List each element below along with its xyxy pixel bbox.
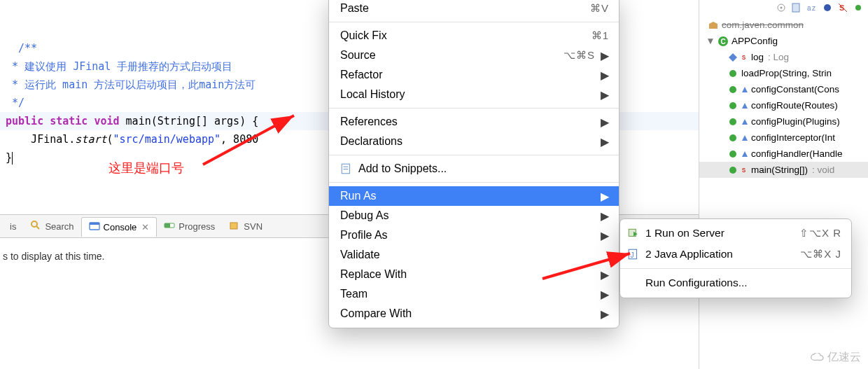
svg-point-17 (780, 7, 783, 9)
menu-references[interactable]: References▶ (329, 112, 619, 132)
submenu-arrow-icon: ▶ (601, 88, 609, 102)
public-method-icon (727, 148, 738, 160)
tree-class[interactable]: ▼ C APPConfig (699, 33, 868, 49)
kw-public: public (6, 115, 43, 127)
tree-method-configplugin[interactable]: configPlugin(Plugins) (699, 113, 868, 130)
svg-text:J: J (631, 251, 634, 259)
svg-rect-25 (709, 24, 718, 29)
menu-validate[interactable]: Validate (329, 245, 619, 265)
menu-team[interactable]: Team▶ (329, 284, 619, 304)
svg-text:z: z (812, 4, 816, 12)
submenu-run-on-server[interactable]: 1 Run on Server⇧⌥X R (620, 223, 851, 244)
submenu-run-configurations[interactable]: Run Configurations... (620, 272, 851, 293)
svg-rect-7 (164, 223, 170, 228)
menu-separator (329, 155, 619, 155)
public-method-icon (727, 68, 738, 79)
tree-field-log[interactable]: S log : Log (699, 49, 868, 65)
svg-text:a: a (807, 4, 811, 12)
outline-tree[interactable]: com.javen.common ▼ C APPConfig S log : L… (699, 15, 868, 178)
submenu-arrow-icon: ▶ (601, 229, 609, 242)
submenu-run-as: 1 Run on Server⇧⌥X R J 2 Java Applicatio… (620, 218, 852, 298)
svg-marker-35 (742, 151, 748, 157)
menu-profile-as[interactable]: Profile As▶ (329, 225, 619, 245)
svg-line-3 (36, 226, 39, 229)
svg-text:S: S (742, 54, 746, 61)
tab-console[interactable]: Console ✕ (81, 217, 158, 237)
close-icon[interactable]: ✕ (141, 222, 149, 232)
override-marker-icon (741, 100, 748, 111)
svg-marker-29 (729, 53, 737, 62)
collapse-icon[interactable]: ▼ (706, 37, 715, 46)
annotation-port-label: 这里是端口号 (108, 160, 184, 176)
svg-rect-5 (90, 223, 99, 225)
menu-quickfix[interactable]: Quick Fix⌘1 (329, 26, 619, 46)
hide-static-icon[interactable]: S (837, 2, 848, 13)
tree-package[interactable]: com.javen.common (699, 17, 868, 33)
kw-void: void (94, 115, 119, 127)
menu-source[interactable]: Source⌥⌘S▶ (329, 46, 619, 65)
svg-marker-32 (742, 103, 748, 109)
menu-debug-as[interactable]: Debug As▶ (329, 206, 619, 225)
class-icon: C (718, 36, 729, 47)
hide-fields-icon[interactable] (853, 2, 864, 13)
alpha-sort-icon[interactable]: az (806, 2, 818, 13)
static-marker-icon: S (741, 52, 748, 63)
menu-refactor[interactable]: Refactor▶ (329, 65, 619, 85)
svg-rect-8 (230, 223, 237, 229)
menu-paste[interactable]: Paste⌘V (329, 0, 619, 18)
menu-run-as[interactable]: Run As▶ (329, 186, 619, 206)
tab-progress[interactable]: Progress (157, 217, 222, 236)
console-icon (89, 221, 100, 234)
tree-method-main[interactable]: S main(String[]) : void (699, 162, 868, 178)
call-prefix: JFinal. (6, 133, 75, 146)
menu-compare-with[interactable]: Compare With▶ (329, 304, 619, 323)
menu-declarations[interactable]: Declarations▶ (329, 132, 619, 151)
tree-method-confighandler[interactable]: configHandler(Handle (699, 146, 868, 162)
tab-search[interactable]: Search (23, 217, 80, 236)
java-run-icon: J (627, 248, 640, 260)
tab-partial[interactable]: is (3, 218, 23, 235)
sort-icon[interactable] (791, 2, 802, 13)
package-icon (708, 20, 719, 31)
override-marker-icon (741, 84, 748, 95)
submenu-arrow-icon: ▶ (601, 307, 609, 321)
submenu-arrow-icon: ▶ (601, 268, 609, 281)
svg-text:C: C (721, 38, 726, 46)
tab-svn[interactable]: SVN (222, 217, 270, 236)
call-method: start (75, 133, 106, 146)
tree-method-configconstant[interactable]: configConstant(Cons (699, 81, 868, 97)
public-method-icon (727, 116, 738, 127)
svg-rect-18 (792, 4, 799, 12)
tree-method-loadprop[interactable]: loadProp(String, Strin (699, 65, 868, 81)
server-run-icon (627, 227, 640, 239)
public-method-icon (727, 132, 738, 144)
menu-replace-with[interactable]: Replace With▶ (329, 265, 619, 284)
override-marker-icon (741, 132, 748, 144)
focus-icon[interactable] (776, 2, 787, 13)
menu-localhistory[interactable]: Local History▶ (329, 85, 619, 104)
menu-snippets[interactable]: Add to Snippets... (329, 159, 619, 179)
submenu-arrow-icon: ▶ (601, 288, 609, 301)
svg-point-2 (31, 221, 37, 227)
public-method-icon (727, 84, 738, 95)
kw-static: static (50, 115, 88, 127)
override-marker-icon (741, 148, 748, 160)
svg-marker-26 (709, 22, 718, 24)
text-caret (12, 152, 13, 165)
comment-line2-pre: * 建议使用 (6, 60, 73, 73)
hide-nonpublic-icon[interactable] (822, 2, 833, 13)
tree-method-configinterceptor[interactable]: configInterceptor(Int (699, 130, 868, 146)
static-marker-icon: S (741, 165, 748, 176)
port-arg: , 8080 (220, 133, 258, 146)
tree-method-configroute[interactable]: configRoute(Routes) (699, 97, 868, 113)
submenu-java-application[interactable]: J 2 Java Application⌥⌘X J (620, 244, 851, 265)
comment-end: */ (6, 97, 24, 109)
outline-toolbar: az S (699, 0, 868, 15)
svg-point-24 (855, 5, 861, 11)
svg-marker-31 (742, 87, 748, 92)
svn-icon (229, 220, 240, 233)
comment-line2-post: 手册推荐的方式启动项目 (111, 60, 232, 73)
context-menu: Paste⌘V Quick Fix⌘1 Source⌥⌘S▶ Refactor▶… (328, 0, 620, 328)
override-marker-icon (741, 116, 748, 127)
close-brace: } (6, 151, 12, 164)
